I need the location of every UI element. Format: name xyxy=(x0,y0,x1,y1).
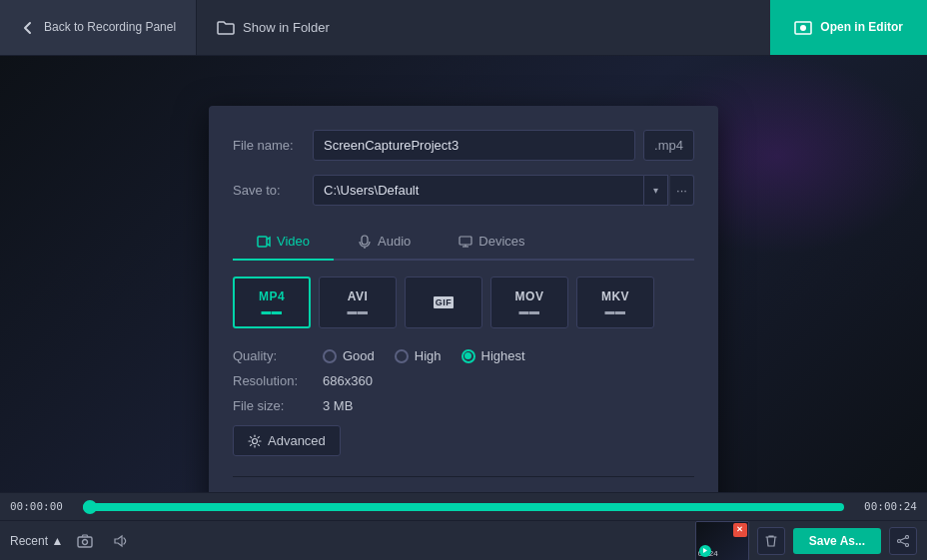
tab-audio-label: Audio xyxy=(378,234,411,249)
format-buttons: MP4 ▬▬ AVI ▬▬ GIF MOV ▬▬ MKV ▬▬ xyxy=(233,277,694,328)
main-content: File name: .mp4 Save to: C:\Users\Defaul… xyxy=(0,56,927,492)
format-avi-sub: ▬▬ xyxy=(348,305,369,316)
resolution-label: Resolution: xyxy=(233,373,323,388)
format-mkv-button[interactable]: MKV ▬▬ xyxy=(576,277,654,328)
format-mov-sub: ▬▬ xyxy=(519,305,540,316)
share-button[interactable] xyxy=(889,527,917,555)
editor-icon xyxy=(794,20,812,36)
path-chevron-icon[interactable]: ▾ xyxy=(644,175,668,206)
format-mov-label: MOV xyxy=(515,289,544,303)
saveto-row: Save to: C:\Users\Default ▾ ··· xyxy=(233,175,694,206)
share-icon xyxy=(897,535,909,547)
timeline: 00:00:00 00:00:24 Recent ▲ xyxy=(0,492,927,560)
svg-line-14 xyxy=(900,541,905,544)
quality-label: Quality: xyxy=(233,348,323,363)
quality-high-label: High xyxy=(415,348,442,363)
format-gif-button[interactable]: GIF xyxy=(405,277,482,328)
devices-tab-icon xyxy=(459,235,472,249)
filesize-label: File size: xyxy=(233,398,323,413)
path-wrapper: C:\Users\Default ▾ ··· xyxy=(313,175,694,206)
format-gif-label: GIF xyxy=(434,296,455,308)
tab-devices-label: Devices xyxy=(478,234,524,249)
filesize-row: File size: 3 MB xyxy=(233,398,694,413)
svg-rect-4 xyxy=(460,237,471,245)
format-mov-button[interactable]: MOV ▬▬ xyxy=(490,277,568,328)
file-extension: .mp4 xyxy=(643,130,694,161)
open-editor-button[interactable]: Open in Editor xyxy=(770,0,927,55)
speaker-icon xyxy=(114,534,128,548)
tab-video-label: Video xyxy=(277,234,310,249)
format-mp4-sub: ▬▬ xyxy=(262,305,283,316)
dialog-footer: »» SUPER SPEED Cancel Save xyxy=(233,476,694,492)
svg-line-13 xyxy=(900,537,905,540)
svg-point-1 xyxy=(800,25,806,31)
advanced-button-label: Advanced xyxy=(268,433,326,448)
filename-label: File name: xyxy=(233,138,313,153)
thumbnail[interactable]: ✕ 00:24 xyxy=(695,521,749,561)
back-button[interactable]: Back to Recording Panel xyxy=(0,0,197,55)
resolution-value: 686x360 xyxy=(323,373,373,388)
save-dialog: File name: .mp4 Save to: C:\Users\Defaul… xyxy=(209,106,718,492)
svg-rect-8 xyxy=(78,537,92,547)
filename-input[interactable] xyxy=(313,130,635,161)
format-mkv-sub: ▬▬ xyxy=(605,305,626,316)
filename-row: File name: .mp4 xyxy=(233,130,694,161)
quality-good-label: Good xyxy=(343,348,375,363)
top-toolbar: Back to Recording Panel Show in Folder O… xyxy=(0,0,927,56)
path-select[interactable]: C:\Users\Default xyxy=(313,175,644,206)
tab-audio[interactable]: Audio xyxy=(334,224,435,261)
quality-highest-radio xyxy=(462,349,475,363)
camera-icon xyxy=(77,534,93,548)
progress-track[interactable] xyxy=(83,503,844,511)
saveto-label: Save to: xyxy=(233,183,313,198)
quality-high-radio xyxy=(395,349,409,363)
back-arrow-icon xyxy=(20,20,36,36)
format-avi-button[interactable]: AVI ▬▬ xyxy=(319,277,397,328)
audio-control-button[interactable] xyxy=(107,527,135,555)
svg-rect-2 xyxy=(258,237,267,247)
quality-highest[interactable]: Highest xyxy=(462,348,525,363)
svg-point-10 xyxy=(906,535,909,538)
progress-fill xyxy=(83,503,844,511)
folder-icon xyxy=(217,20,235,36)
svg-point-12 xyxy=(898,539,901,542)
quality-good-radio xyxy=(323,349,337,363)
timeline-bar: 00:00:00 00:00:24 xyxy=(0,493,927,520)
quality-options: Good High Highest xyxy=(323,348,525,363)
open-editor-label: Open in Editor xyxy=(820,20,903,36)
gear-icon xyxy=(248,434,262,448)
time-end: 00:00:24 xyxy=(852,500,917,513)
format-mkv-label: MKV xyxy=(601,289,629,303)
advanced-button[interactable]: Advanced xyxy=(233,425,341,456)
camera-button[interactable] xyxy=(71,527,99,555)
quality-high[interactable]: High xyxy=(395,348,442,363)
svg-point-11 xyxy=(906,543,909,546)
tab-devices[interactable]: Devices xyxy=(435,224,548,261)
back-button-label: Back to Recording Panel xyxy=(44,20,176,36)
thumbnail-play-icon xyxy=(699,545,711,557)
time-start: 00:00:00 xyxy=(10,500,75,513)
trash-icon xyxy=(765,534,777,548)
show-folder-button[interactable]: Show in Folder xyxy=(197,0,350,55)
filesize-value: 3 MB xyxy=(323,398,353,413)
quality-good[interactable]: Good xyxy=(323,348,375,363)
save-as-button[interactable]: Save As... xyxy=(793,528,881,554)
format-mp4-button[interactable]: MP4 ▬▬ xyxy=(233,277,311,328)
thumbnail-badge: ✕ xyxy=(733,523,747,537)
recent-label[interactable]: Recent ▲ xyxy=(10,534,63,548)
svg-point-7 xyxy=(253,438,258,443)
timeline-controls: Recent ▲ ✕ 00:24 xyxy=(0,520,927,560)
show-folder-label: Show in Folder xyxy=(243,20,330,35)
thumbnail-footer: 00:24 xyxy=(698,549,718,558)
format-avi-label: AVI xyxy=(348,289,369,303)
format-tabs: Video Audio Devices xyxy=(233,224,694,261)
path-more-button[interactable]: ··· xyxy=(670,175,694,206)
quality-row: Quality: Good High Highest xyxy=(233,348,694,363)
delete-button[interactable] xyxy=(757,527,785,555)
tab-video[interactable]: Video xyxy=(233,224,334,261)
quality-highest-label: Highest xyxy=(481,348,525,363)
progress-handle[interactable] xyxy=(83,500,97,514)
svg-point-9 xyxy=(83,539,88,544)
audio-tab-icon xyxy=(358,235,372,249)
format-mp4-label: MP4 xyxy=(259,289,285,303)
